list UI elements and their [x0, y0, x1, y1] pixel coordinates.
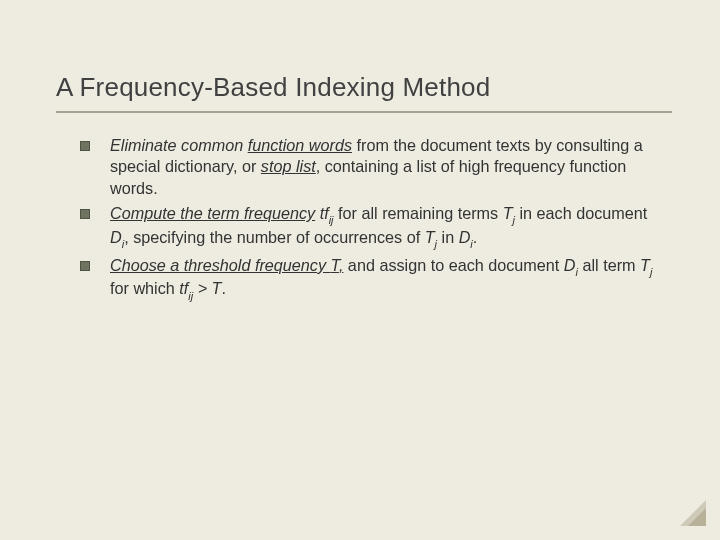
text: Choose a threshold frequency	[110, 256, 330, 274]
subscript: j	[513, 214, 515, 226]
page-curl-icon	[680, 500, 706, 526]
var-T: T	[330, 256, 338, 274]
list-item: Choose a threshold frequency T, and assi…	[80, 255, 664, 303]
var-D: D	[459, 228, 471, 246]
subscript: ij	[188, 290, 193, 302]
text: .	[473, 228, 478, 246]
inequality: > T	[193, 279, 221, 297]
subscript: ij	[329, 214, 334, 226]
var-tf: tf	[179, 279, 188, 297]
bullet-list: Eliminate common function words from the…	[56, 135, 672, 302]
text: for which	[110, 279, 179, 297]
subscript: j	[650, 266, 652, 278]
underlined-term: function words	[248, 136, 352, 154]
text: .	[222, 279, 227, 297]
var-T: T	[503, 204, 513, 222]
underlined-term: stop list	[261, 157, 316, 175]
var-D: D	[110, 228, 122, 246]
slide: A Frequency-Based Indexing Method Elimin…	[0, 0, 720, 540]
subscript: i	[470, 238, 472, 250]
text: for all remaining terms	[334, 204, 503, 222]
text: all term	[578, 256, 640, 274]
title-rule	[56, 111, 672, 113]
page-title: A Frequency-Based Indexing Method	[56, 72, 672, 103]
text: , specifying the number of occurrences o…	[124, 228, 425, 246]
var-tf: tf	[315, 204, 329, 222]
subscript: i	[576, 266, 578, 278]
list-item: Compute the term frequency tfij for all …	[80, 203, 664, 251]
text: in each document	[515, 204, 647, 222]
subscript: i	[122, 238, 124, 250]
var-T: T	[640, 256, 650, 274]
text: and assign to each document	[343, 256, 563, 274]
var-D: D	[564, 256, 576, 274]
list-item: Eliminate common function words from the…	[80, 135, 664, 199]
text: Eliminate common	[110, 136, 248, 154]
underlined-phrase: Compute the term frequency	[110, 204, 315, 222]
underlined-phrase: Choose a threshold frequency T,	[110, 256, 343, 274]
subscript: j	[435, 238, 437, 250]
text: in	[437, 228, 459, 246]
var-T: T	[425, 228, 435, 246]
